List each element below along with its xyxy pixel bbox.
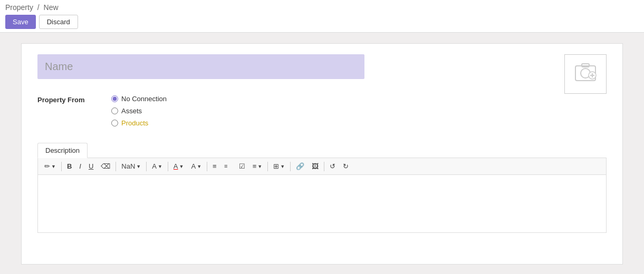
toolbar-sep-7 (290, 162, 291, 171)
toolbar-align-btn[interactable]: ≡ ▼ (249, 161, 266, 172)
toolbar-sep-6 (267, 162, 268, 171)
tab-description[interactable]: Description (37, 143, 88, 158)
editor-area[interactable] (37, 175, 607, 233)
save-button[interactable]: Save (5, 15, 36, 29)
toolbar-bgcolor-btn[interactable]: A ▼ (188, 161, 205, 172)
toolbar-ol-btn[interactable]: ≡ (221, 160, 235, 172)
checklist-icon: ☑ (239, 162, 245, 170)
toolbar-table-btn[interactable]: ⊞ ▼ (270, 161, 288, 172)
toolbar-fontname-btn[interactable]: NaN ▼ (118, 161, 144, 172)
breadcrumb-sep: / (37, 3, 40, 12)
ordered-list-icon: ≡ (224, 162, 232, 171)
main-content: Property From No Connection Assets Produ… (0, 33, 644, 274)
name-input[interactable] (37, 54, 364, 79)
chevron-down-icon: ▼ (51, 164, 56, 169)
toolbar-color-btn[interactable]: A ▼ (170, 161, 187, 172)
unordered-list-icon: ≡ (213, 162, 217, 170)
discard-button[interactable]: Discard (39, 15, 78, 29)
toolbar-checklist-btn[interactable]: ☑ (236, 161, 248, 172)
undo-icon: ↺ (330, 162, 335, 170)
svg-text:≡: ≡ (224, 163, 227, 169)
property-from-label: Property From (37, 95, 101, 104)
toolbar-sep-1 (61, 162, 62, 171)
toolbar-link-btn[interactable]: 🔗 (293, 161, 307, 172)
form-card: Property From No Connection Assets Produ… (21, 43, 623, 265)
radio-assets[interactable] (111, 107, 118, 114)
toolbar-underline-btn[interactable]: U (85, 161, 97, 172)
toolbar-undo-btn[interactable]: ↺ (326, 161, 339, 172)
tabs-section: Description ✏ ▼ B I U ⌫ NaN ▼ (37, 143, 607, 233)
redo-icon: ↻ (343, 162, 349, 170)
radio-label-assets: Assets (121, 107, 142, 115)
breadcrumb-current: New (44, 3, 59, 12)
toolbar-italic-btn[interactable]: I (76, 161, 84, 172)
radio-products[interactable] (111, 120, 118, 126)
toolbar-sep-5 (207, 162, 207, 171)
radio-item-products[interactable]: Products (111, 119, 167, 127)
toolbar-bold-btn[interactable]: B (64, 161, 75, 172)
bg-color-icon: A (191, 162, 196, 170)
camera-icon (574, 62, 597, 86)
table-icon: ⊞ (273, 162, 279, 170)
breadcrumb-parent: Property (5, 3, 33, 12)
chevron-down-icon: ▼ (136, 164, 141, 169)
chevron-down-icon: ▼ (197, 164, 201, 169)
toolbar-sep-8 (324, 162, 324, 171)
chevron-down-icon: ▼ (280, 164, 285, 169)
radio-label-products: Products (121, 119, 148, 127)
property-from-section: Property From No Connection Assets Produ… (37, 95, 607, 127)
link-icon: 🔗 (296, 162, 304, 170)
toolbar-sep-2 (116, 162, 116, 171)
eraser-icon: ⌫ (101, 162, 110, 170)
chevron-down-icon: ▼ (257, 164, 262, 169)
breadcrumb: Property / New (5, 3, 639, 12)
chevron-down-icon: ▼ (158, 164, 162, 169)
action-buttons: Save Discard (5, 15, 639, 29)
tab-bar: Description (37, 143, 607, 158)
chevron-down-icon: ▼ (179, 164, 184, 169)
radio-group: No Connection Assets Products (111, 95, 167, 127)
font-color-icon: A (174, 162, 178, 170)
toolbar-style-btn[interactable]: ✏ ▼ (41, 161, 59, 172)
align-icon: ≡ (253, 162, 257, 170)
toolbar-image-btn[interactable]: 🖼 (309, 161, 322, 172)
radio-no-connection[interactable] (111, 95, 118, 102)
toolbar-eraser-btn[interactable]: ⌫ (98, 161, 113, 172)
toolbar-fontsize-btn[interactable]: A ▼ (149, 161, 166, 172)
image-icon: 🖼 (312, 162, 319, 170)
top-bar: Property / New Save Discard (0, 0, 644, 33)
toolbar-sep-3 (146, 162, 147, 171)
photo-placeholder[interactable] (564, 54, 607, 94)
toolbar-ul-btn[interactable]: ≡ (209, 161, 220, 172)
style-icon: ✏ (44, 162, 50, 170)
toolbar-sep-4 (168, 162, 168, 171)
radio-item-assets[interactable]: Assets (111, 107, 167, 115)
radio-item-no-connection[interactable]: No Connection (111, 95, 167, 103)
editor-toolbar: ✏ ▼ B I U ⌫ NaN ▼ A ▼ (37, 158, 607, 175)
toolbar-redo-btn[interactable]: ↻ (340, 161, 352, 172)
radio-label-no-connection: No Connection (121, 95, 167, 103)
